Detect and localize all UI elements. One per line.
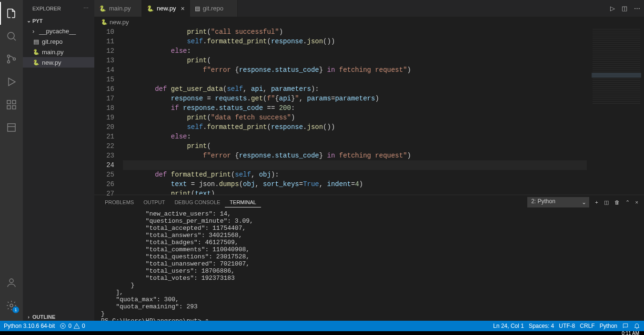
svg-rect-4 bbox=[7, 100, 10, 104]
svg-rect-8 bbox=[8, 124, 15, 131]
chevron-right-icon: › bbox=[25, 314, 32, 320]
tree-item-mainpy[interactable]: 🐍 main.py bbox=[23, 47, 94, 57]
status-encoding[interactable]: UTF-8 bbox=[559, 323, 575, 329]
bottom-panel: PROBLEMS OUTPUT DEBUG CONSOLE TERMINAL 2… bbox=[94, 195, 644, 321]
tree-label: git.repo bbox=[42, 38, 62, 45]
editor-area: 🐍 main.py 🐍 new.py × ▤ git.repo ▷ ◫ ⋯ bbox=[94, 0, 644, 321]
status-errors[interactable]: 0 0 bbox=[60, 323, 85, 329]
activity-run-debug[interactable] bbox=[0, 70, 23, 93]
split-terminal-icon[interactable]: ◫ bbox=[604, 199, 609, 206]
file-tree: › __pycache__ ▤ git.repo 🐍 main.py 🐍 new… bbox=[23, 25, 94, 69]
tab-label: git.repo bbox=[203, 5, 223, 12]
panel-tabs: PROBLEMS OUTPUT DEBUG CONSOLE TERMINAL 2… bbox=[94, 195, 644, 209]
minimap-viewport[interactable] bbox=[592, 73, 641, 78]
status-eol[interactable]: CRLF bbox=[580, 323, 594, 329]
line-gutter: 101112131415161718192021222324252627 bbox=[94, 27, 123, 195]
panel-tab-problems[interactable]: PROBLEMS bbox=[100, 197, 139, 207]
sidebar-title-row: EXPLORER ⋯ bbox=[23, 0, 94, 17]
panel-tab-output[interactable]: OUTPUT bbox=[139, 197, 170, 207]
new-terminal-icon[interactable]: + bbox=[595, 199, 598, 205]
activity-source-control[interactable] bbox=[0, 48, 23, 70]
panel-tab-debug[interactable]: DEBUG CONSOLE bbox=[170, 197, 225, 207]
status-cursor[interactable]: Ln 24, Col 1 bbox=[493, 323, 524, 329]
svg-point-9 bbox=[10, 279, 13, 283]
svg-point-1 bbox=[8, 55, 10, 58]
tab-newpy[interactable]: 🐍 new.py × bbox=[142, 0, 190, 17]
svg-rect-7 bbox=[12, 100, 16, 104]
chevron-right-icon: › bbox=[32, 28, 38, 35]
tab-label: main.py bbox=[109, 5, 131, 12]
outline-label: OUTLINE bbox=[32, 314, 55, 320]
minimap[interactable] bbox=[587, 27, 644, 195]
more-icon[interactable]: ⋯ bbox=[634, 5, 640, 12]
os-taskbar: 0:11 AM bbox=[0, 331, 644, 335]
terminal-selector[interactable]: 2: Python bbox=[527, 197, 589, 207]
breadcrumb-label: new.py bbox=[110, 19, 129, 26]
close-panel-icon[interactable]: × bbox=[635, 199, 638, 205]
status-errors-count: 0 bbox=[68, 323, 71, 329]
trash-icon[interactable]: 🗑 bbox=[614, 199, 620, 205]
run-icon[interactable]: ▷ bbox=[610, 5, 615, 12]
file-icon: ▤ bbox=[195, 5, 200, 12]
folder-name: PYT bbox=[32, 18, 42, 24]
status-feedback-icon[interactable] bbox=[622, 323, 629, 329]
minimap-preview bbox=[593, 29, 640, 105]
tab-label: new.py bbox=[157, 5, 176, 12]
sidebar-title: EXPLORER bbox=[32, 6, 61, 11]
status-spaces[interactable]: Spaces: 4 bbox=[529, 323, 554, 329]
activity-search[interactable] bbox=[0, 25, 23, 48]
panel-tab-terminal[interactable]: TERMINAL bbox=[225, 197, 261, 207]
editor-actions: ▷ ◫ ⋯ bbox=[610, 0, 644, 17]
activity-accounts[interactable] bbox=[0, 271, 23, 294]
svg-point-10 bbox=[10, 304, 13, 307]
status-bell-icon[interactable] bbox=[634, 323, 640, 329]
svg-point-0 bbox=[8, 32, 14, 39]
svg-point-3 bbox=[13, 58, 16, 60]
tree-item-pycache[interactable]: › __pycache__ bbox=[23, 26, 94, 36]
status-lang[interactable]: Python bbox=[600, 323, 617, 329]
activity-settings[interactable]: 1 bbox=[0, 294, 23, 317]
tab-mainpy[interactable]: 🐍 main.py bbox=[94, 0, 142, 17]
activity-extensions[interactable] bbox=[0, 93, 23, 116]
python-icon: 🐍 bbox=[32, 59, 40, 66]
activity-bar: 1 bbox=[0, 0, 23, 321]
folder-header[interactable]: ⌄ PYT bbox=[23, 17, 94, 25]
tree-label: new.py bbox=[42, 59, 61, 66]
taskbar-time: 0:11 AM bbox=[622, 331, 639, 335]
breadcrumb[interactable]: 🐍 new.py bbox=[94, 17, 644, 27]
close-icon[interactable]: × bbox=[181, 5, 184, 12]
split-editor-icon[interactable]: ◫ bbox=[622, 5, 627, 12]
svg-rect-5 bbox=[7, 106, 10, 109]
maximize-icon[interactable]: ⌃ bbox=[625, 199, 630, 206]
terminal-output[interactable]: "new_active_users": 14, "questions_per_m… bbox=[94, 209, 644, 321]
activity-layout[interactable] bbox=[0, 116, 23, 139]
file-icon: ▤ bbox=[32, 38, 40, 45]
status-interpreter[interactable]: Python 3.10.6 64-bit bbox=[4, 323, 55, 329]
status-warnings-count: 0 bbox=[82, 323, 85, 329]
activity-explorer[interactable] bbox=[0, 2, 23, 25]
python-icon: 🐍 bbox=[101, 19, 108, 25]
svg-rect-6 bbox=[12, 106, 16, 109]
settings-badge: 1 bbox=[12, 306, 19, 313]
chevron-down-icon: ⌄ bbox=[25, 18, 32, 24]
status-bar: Python 3.10.6 64-bit 0 0 Ln 24, Col 1 Sp… bbox=[0, 321, 644, 331]
terminal-selector-label: 2: Python bbox=[527, 197, 589, 207]
tree-item-newpy[interactable]: 🐍 new.py bbox=[23, 57, 94, 68]
svg-point-2 bbox=[8, 61, 10, 63]
editor-body[interactable]: 101112131415161718192021222324252627 pri… bbox=[94, 27, 644, 195]
editor-tabs: 🐍 main.py 🐍 new.py × ▤ git.repo ▷ ◫ ⋯ bbox=[94, 0, 644, 17]
python-icon: 🐍 bbox=[32, 48, 40, 56]
python-icon: 🐍 bbox=[147, 5, 154, 12]
tree-label: main.py bbox=[42, 49, 64, 56]
python-icon: 🐍 bbox=[99, 5, 106, 12]
code-content[interactable]: print("call successful") self.formatted_… bbox=[123, 27, 587, 195]
tree-item-gitrepo[interactable]: ▤ git.repo bbox=[23, 36, 94, 47]
tab-gitrepo[interactable]: ▤ git.repo bbox=[190, 0, 238, 17]
tree-label: __pycache__ bbox=[39, 28, 76, 35]
sidebar: EXPLORER ⋯ ⌄ PYT › __pycache__ ▤ git.rep… bbox=[23, 0, 94, 321]
sidebar-more-icon[interactable]: ⋯ bbox=[81, 4, 91, 12]
outline-header[interactable]: › OUTLINE bbox=[23, 313, 94, 321]
